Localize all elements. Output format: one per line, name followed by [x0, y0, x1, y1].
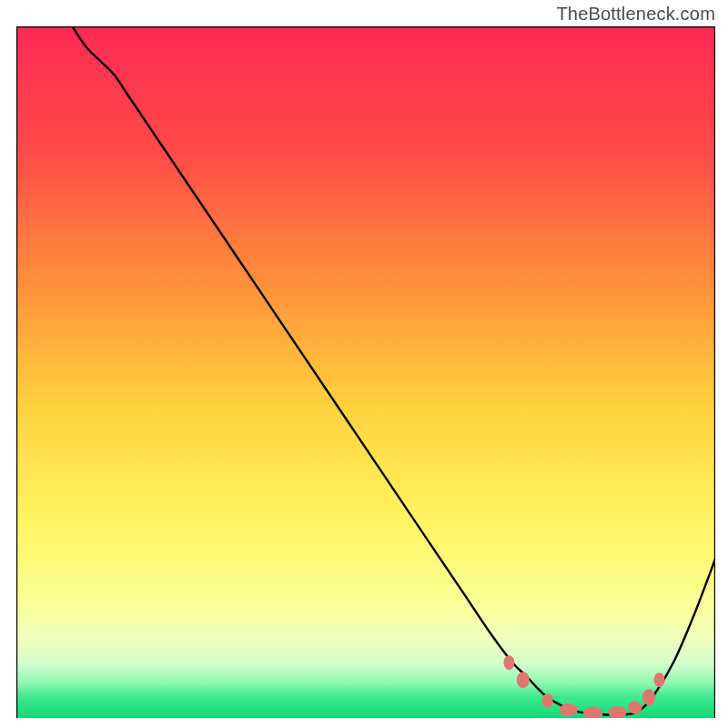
- highlight-marker: [560, 703, 578, 716]
- chart-container: TheBottleneck.com: [0, 0, 728, 728]
- highlight-marker: [628, 702, 642, 714]
- highlight-marker: [642, 689, 655, 705]
- highlight-marker: [654, 672, 665, 687]
- attribution-label: TheBottleneck.com: [556, 4, 715, 25]
- plot-frame: [16, 26, 715, 718]
- highlight-marker: [503, 655, 514, 670]
- highlight-marker: [517, 672, 530, 688]
- highlight-marker: [542, 693, 553, 708]
- plot-svg: [16, 26, 715, 718]
- gradient-background: [16, 26, 715, 718]
